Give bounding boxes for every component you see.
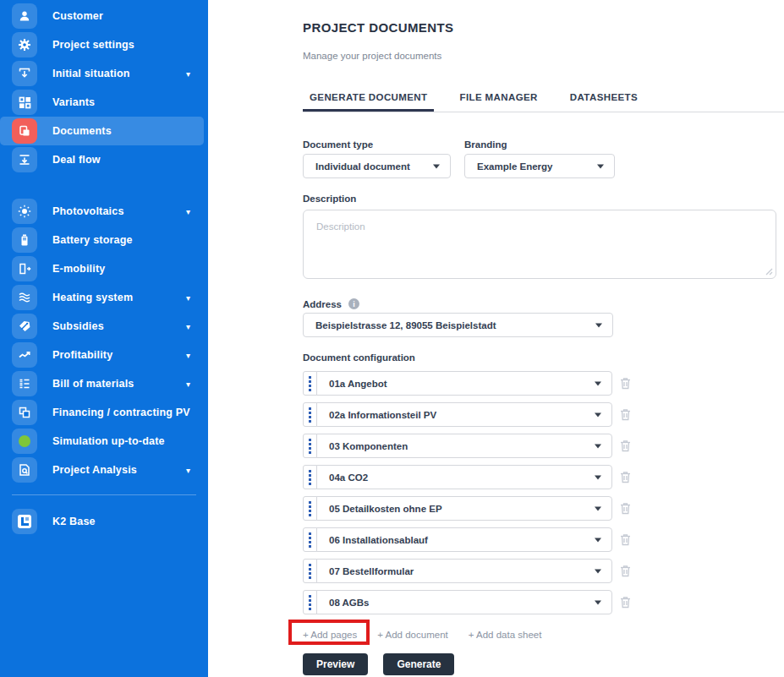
tab-datasheets[interactable]: DATASHEETS — [563, 92, 644, 112]
chevron-down-icon — [595, 444, 601, 448]
tab-generate-document[interactable]: GENERATE DOCUMENT — [303, 92, 434, 112]
add-pages-link[interactable]: + Add pages — [303, 630, 357, 640]
sidebar-item-label: Project settings — [52, 39, 134, 51]
sidebar-item-financing[interactable]: Financing / contracting PV — [0, 398, 204, 427]
config-page-value: 07 Bestellformular — [329, 566, 414, 576]
sidebar-item-label: E-mobility — [52, 263, 105, 275]
config-page-value: 02a Informationsteil PV — [329, 410, 436, 420]
config-page-select[interactable]: 01a Angebot — [316, 371, 612, 396]
config-row: 05 Detailkosten ohne EP — [303, 496, 784, 521]
chevron-down-icon — [595, 569, 601, 573]
chevron-down-icon — [595, 506, 601, 510]
sidebar-item-documents[interactable]: Documents — [0, 117, 204, 145]
page: Customer Project settings Initial situat… — [0, 0, 784, 677]
chevron-down-icon: ▾ — [186, 351, 195, 360]
sidebar-item-label: Simulation up-to-date — [52, 435, 165, 447]
trash-icon[interactable] — [620, 471, 631, 483]
status-dot-icon — [12, 429, 37, 454]
sidebar-item-subsidies[interactable]: Subsidies ▾ — [0, 312, 204, 341]
sidebar-item-photovoltaics[interactable]: Photovoltaics ▾ — [0, 197, 204, 226]
drag-handle-icon[interactable] — [303, 527, 317, 552]
chevron-down-icon — [595, 381, 601, 385]
trash-icon[interactable] — [620, 440, 631, 452]
sidebar-item-e-mobility[interactable]: E-mobility — [0, 254, 204, 283]
tab-bar: GENERATE DOCUMENT FILE MANAGER DATASHEET… — [303, 92, 784, 112]
config-page-select[interactable]: 04a CO2 — [316, 465, 612, 489]
drag-handle-icon[interactable] — [303, 371, 317, 396]
trash-icon[interactable] — [620, 502, 631, 515]
branding-select[interactable]: Example Energy — [464, 154, 615, 178]
ev-charger-icon — [12, 256, 37, 281]
page-title: PROJECT DOCUMENTS — [303, 20, 784, 35]
branding-group: Branding Example Energy — [464, 139, 615, 178]
sidebar-item-label: Initial situation — [52, 68, 130, 79]
drag-handle-icon[interactable] — [303, 402, 317, 427]
config-page-select[interactable]: 02a Informationsteil PV — [316, 402, 612, 427]
sidebar-item-label: Customer — [52, 10, 103, 22]
sidebar-item-deal-flow[interactable]: Deal flow — [0, 145, 204, 174]
sidebar-item-variants[interactable]: Variants — [0, 88, 204, 117]
config-row: 08 AGBs — [303, 590, 784, 614]
action-buttons-row: Preview Generate — [303, 653, 784, 675]
sidebar-item-project-analysis[interactable]: Project Analysis ▾ — [0, 456, 204, 484]
trash-icon[interactable] — [620, 533, 631, 546]
trash-icon[interactable] — [620, 565, 631, 577]
document-analysis-icon — [12, 457, 37, 483]
page-subtitle: Manage your project documents — [303, 51, 784, 61]
drag-handle-icon[interactable] — [303, 590, 317, 614]
trash-icon[interactable] — [620, 377, 631, 390]
sidebar-item-k2-base[interactable]: K2 Base — [0, 507, 204, 536]
config-page-select[interactable]: 03 Komponenten — [316, 434, 612, 458]
address-label: Address i — [303, 298, 784, 309]
sidebar-item-customer[interactable]: Customer — [0, 2, 204, 30]
waves-icon — [12, 285, 37, 310]
drag-handle-icon[interactable] — [303, 559, 317, 583]
sidebar-item-project-settings[interactable]: Project settings — [0, 30, 204, 59]
chevron-down-icon: ▾ — [186, 466, 195, 475]
add-links-row: + Add pages + Add document + Add data sh… — [303, 628, 784, 642]
config-page-select[interactable]: 07 Bestellformular — [316, 559, 612, 583]
document-configuration-list: 01a Angebot 02a Informationsteil PV 03 K… — [303, 371, 784, 614]
tab-file-manager[interactable]: FILE MANAGER — [452, 92, 544, 112]
document-type-select[interactable]: Individual document — [303, 154, 451, 178]
config-page-select[interactable]: 08 AGBs — [316, 590, 612, 614]
grid-icon — [12, 90, 37, 115]
drag-handle-icon[interactable] — [303, 465, 317, 489]
generate-button[interactable]: Generate — [383, 653, 454, 675]
sidebar: Customer Project settings Initial situat… — [0, 0, 208, 677]
sidebar-item-label: Project Analysis — [52, 464, 137, 476]
sidebar-item-heating-system[interactable]: Heating system ▾ — [0, 283, 204, 312]
trash-icon[interactable] — [620, 408, 631, 421]
config-row: 03 Komponenten — [303, 434, 784, 458]
add-document-link[interactable]: + Add document — [377, 630, 447, 640]
description-textarea[interactable]: Description — [303, 210, 776, 279]
config-row: 06 Installationsablauf — [303, 527, 784, 552]
sidebar-item-initial-situation[interactable]: Initial situation ▾ — [0, 59, 204, 88]
preview-button[interactable]: Preview — [303, 653, 368, 675]
drag-handle-icon[interactable] — [303, 496, 317, 521]
info-icon[interactable]: i — [348, 298, 359, 309]
sidebar-item-label: Subsidies — [52, 320, 104, 332]
config-page-value: 08 AGBs — [329, 598, 370, 608]
address-select[interactable]: Beispielstrasse 12, 89055 Beispielstadt — [303, 313, 613, 337]
description-label: Description — [303, 193, 784, 204]
drag-handle-icon[interactable] — [303, 434, 317, 458]
trash-icon[interactable] — [620, 596, 631, 609]
resize-grip-icon[interactable] — [765, 267, 773, 276]
config-page-value: 01a Angebot — [329, 379, 387, 389]
sidebar-item-profitability[interactable]: Profitability ▾ — [0, 341, 204, 369]
person-icon — [12, 3, 37, 29]
config-page-select[interactable]: 06 Installationsablauf — [316, 527, 612, 552]
sidebar-item-label: Variants — [52, 96, 95, 108]
config-row: 04a CO2 — [303, 465, 784, 489]
chevron-down-icon — [595, 475, 601, 479]
k2-logo-icon — [12, 509, 37, 534]
tray-download-icon — [12, 147, 37, 172]
sidebar-item-bill-of-materials[interactable]: Bill of materials ▾ — [0, 369, 204, 398]
add-data-sheet-link[interactable]: + Add data sheet — [469, 630, 542, 640]
sidebar-item-simulation-status[interactable]: Simulation up-to-date — [0, 427, 204, 456]
sidebar-item-battery-storage[interactable]: Battery storage — [0, 226, 204, 254]
chevron-down-icon — [595, 538, 601, 542]
list-icon — [12, 371, 37, 396]
config-page-select[interactable]: 05 Detailkosten ohne EP — [316, 496, 612, 521]
